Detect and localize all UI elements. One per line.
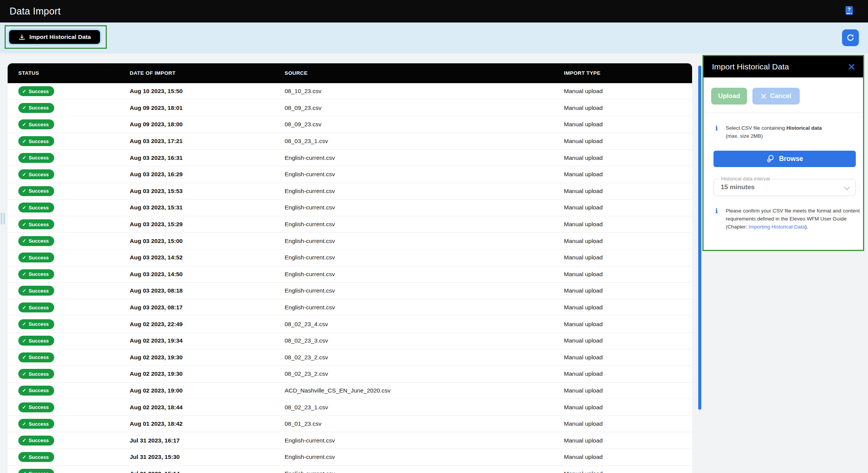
import-type-cell: Manual upload [564, 254, 603, 261]
refresh-button[interactable] [842, 29, 859, 46]
import-type-cell: Manual upload [564, 88, 603, 95]
help-guide-icon[interactable]: ? [845, 6, 853, 15]
status-badge: ✓ Success [18, 219, 54, 229]
import-button-label: Import Historical Data [29, 34, 91, 40]
import-type-cell: Manual upload [564, 337, 603, 344]
date-of-import-cell: Aug 10 2023, 15:50 [130, 88, 183, 95]
status-badge: ✓ Success [18, 236, 54, 246]
check-icon: ✓ [22, 272, 26, 277]
table-row: ✓ Success Jul 31 2023, 15:14 English-cur… [8, 466, 692, 473]
import-type-cell: Manual upload [564, 171, 603, 178]
table-row: ✓ Success Aug 02 2023, 19:00 ACD_Nashvil… [8, 383, 692, 399]
source-cell: English-current.csv [285, 454, 335, 460]
check-icon: ✓ [22, 172, 26, 177]
status-label: Success [29, 404, 49, 410]
x-icon [761, 93, 767, 99]
status-badge: ✓ Success [18, 86, 54, 96]
import-historical-data-button[interactable]: Import Historical Data [8, 29, 101, 45]
check-icon: ✓ [22, 238, 26, 243]
status-label: Success [29, 271, 49, 277]
close-icon[interactable] [847, 62, 856, 71]
source-cell: English-current.csv [285, 437, 335, 444]
check-icon: ✓ [22, 471, 26, 473]
import-type-cell: Manual upload [564, 304, 603, 311]
status-label: Success [29, 338, 49, 344]
status-label: Success [29, 238, 49, 244]
importing-historical-data-link[interactable]: Importing Historical Data [749, 224, 805, 230]
date-of-import-cell: Aug 03 2023, 16:29 [130, 171, 183, 178]
source-cell: English-current.csv [285, 470, 335, 473]
check-icon: ✓ [22, 305, 26, 310]
date-of-import-cell: Jul 31 2023, 15:30 [130, 454, 180, 460]
status-badge: ✓ Success [18, 319, 54, 329]
upload-button[interactable]: Upload [711, 88, 747, 105]
status-label: Success [29, 172, 49, 177]
status-badge: ✓ Success [18, 452, 54, 462]
interval-select[interactable]: Historical data interval 15 minutes [713, 179, 856, 196]
source-cell: English-current.csv [285, 154, 335, 161]
source-cell: 08_02_23_2.csv [285, 370, 328, 377]
date-of-import-cell: Aug 03 2023, 15:00 [130, 238, 183, 245]
import-type-cell: Manual upload [564, 287, 603, 294]
status-label: Success [29, 288, 49, 294]
date-of-import-cell: Aug 03 2023, 08:18 [130, 287, 183, 294]
table-row: ✓ Success Aug 02 2023, 19:30 08_02_23_2.… [8, 366, 692, 383]
status-label: Success [29, 371, 49, 377]
date-of-import-cell: Aug 02 2023, 19:30 [130, 370, 183, 377]
date-of-import-cell: Aug 09 2023, 18:00 [130, 121, 183, 128]
date-of-import-cell: Aug 03 2023, 16:31 [130, 154, 183, 161]
source-cell: English-current.csv [285, 221, 335, 228]
date-of-import-cell: Jul 31 2023, 15:14 [130, 470, 180, 473]
source-cell: 08_03_23_1.csv [285, 138, 328, 145]
import-type-cell: Manual upload [564, 321, 603, 328]
import-type-cell: Manual upload [564, 454, 603, 460]
status-label: Success [29, 421, 49, 427]
check-icon: ✓ [22, 105, 26, 110]
column-header-source: SOURCE [285, 63, 308, 83]
table-row: ✓ Success Aug 09 2023, 18:00 08_09_23.cs… [8, 116, 692, 133]
status-badge: ✓ Success [18, 436, 54, 446]
import-type-cell: Manual upload [564, 105, 603, 111]
status-badge: ✓ Success [18, 369, 54, 379]
import-type-cell: Manual upload [564, 404, 603, 411]
cancel-button[interactable]: Cancel [752, 88, 800, 105]
date-of-import-cell: Aug 02 2023, 19:30 [130, 354, 183, 361]
file-search-icon [766, 154, 775, 163]
table-row: ✓ Success Aug 02 2023, 22:49 08_02_23_4.… [8, 316, 692, 333]
date-of-import-cell: Aug 03 2023, 08:17 [130, 304, 183, 311]
browse-button[interactable]: Browse [713, 151, 856, 167]
source-cell: English-current.csv [285, 287, 335, 294]
import-type-cell: Manual upload [564, 437, 603, 444]
status-label: Success [29, 205, 49, 211]
status-label: Success [29, 388, 49, 393]
table-row: ✓ Success Aug 03 2023, 15:29 English-cur… [8, 216, 692, 233]
panel-header: Import Historical Data [704, 56, 863, 77]
interval-select-value: 15 minutes [721, 179, 755, 195]
date-of-import-cell: Aug 02 2023, 22:49 [130, 321, 183, 328]
status-label: Success [29, 438, 49, 443]
status-label: Success [29, 354, 49, 360]
import-type-cell: Manual upload [564, 354, 603, 361]
table-row: ✓ Success Jul 31 2023, 15:30 English-cur… [8, 449, 692, 466]
sidebar-drag-handle[interactable] [1, 213, 5, 224]
table-row: ✓ Success Aug 09 2023, 18:01 08_09_23.cs… [8, 100, 692, 117]
table-row: ✓ Success Aug 03 2023, 08:18 English-cur… [8, 283, 692, 299]
date-of-import-cell: Aug 03 2023, 15:53 [130, 188, 183, 195]
date-of-import-cell: Aug 03 2023, 15:29 [130, 221, 183, 228]
status-badge: ✓ Success [18, 286, 54, 296]
source-cell: 08_02_23_1.csv [285, 404, 328, 411]
check-icon: ✓ [22, 355, 26, 360]
source-cell: English-current.csv [285, 171, 335, 178]
import-type-cell: Manual upload [564, 470, 603, 473]
csv-requirements-hint: Please confirm your CSV file meets the f… [726, 207, 860, 231]
check-icon: ✓ [22, 155, 26, 160]
source-cell: English-current.csv [285, 254, 335, 261]
check-icon: ✓ [22, 422, 26, 426]
select-csv-hint: Select CSV file containing Historical da… [726, 124, 860, 140]
date-of-import-cell: Aug 03 2023, 15:31 [130, 204, 183, 211]
table-scrollbar-thumb[interactable] [698, 66, 701, 410]
import-type-cell: Manual upload [564, 387, 603, 394]
status-badge: ✓ Success [18, 203, 54, 212]
source-cell: 08_09_23.csv [285, 105, 322, 111]
import-button-focus-ring: Import Historical Data [5, 25, 107, 49]
